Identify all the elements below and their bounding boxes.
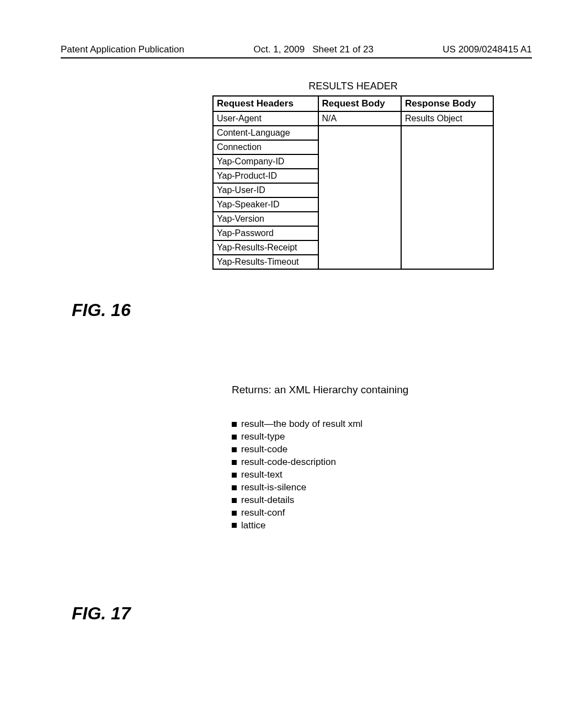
response-body-cell — [401, 240, 493, 255]
request-body-cell: N/A — [318, 111, 401, 126]
square-bullet-icon — [232, 523, 237, 528]
request-body-cell — [318, 140, 401, 154]
table-row: Yap-Results-Timeout — [213, 255, 493, 269]
square-bullet-icon — [232, 485, 237, 490]
response-body-cell — [401, 154, 493, 169]
figure-16-block: RESULTS HEADER Request Headers Request B… — [212, 81, 494, 270]
page: Patent Application Publication Oct. 1, 2… — [0, 0, 565, 646]
request-body-cell — [318, 197, 401, 212]
list-item: lattice — [232, 520, 508, 532]
request-header-cell: Content-Language — [213, 126, 318, 140]
square-bullet-icon — [232, 498, 237, 503]
request-body-cell — [318, 255, 401, 269]
list-item-text: result-details — [241, 494, 294, 507]
square-bullet-icon — [232, 422, 237, 427]
table-row: User-AgentN/AResults Object — [213, 111, 493, 126]
request-body-cell — [318, 126, 401, 140]
request-header-cell: User-Agent — [213, 111, 318, 126]
results-header-title: RESULTS HEADER — [212, 81, 494, 92]
request-body-cell — [318, 183, 401, 197]
figure-16-label: FIG. 16 — [72, 300, 532, 320]
request-header-cell: Yap-Password — [213, 226, 318, 240]
request-body-cell — [318, 226, 401, 240]
figure-17-block: Returns: an XML Hierarchy containing res… — [232, 384, 508, 532]
list-item-text: result—the body of result xml — [241, 418, 363, 431]
header-sheet: Sheet 21 of 23 — [312, 44, 374, 55]
response-body-cell — [401, 169, 493, 183]
request-body-cell — [318, 240, 401, 255]
square-bullet-icon — [232, 460, 237, 465]
figure-17-label: FIG. 17 — [72, 603, 532, 624]
list-item: result—the body of result xml — [232, 418, 508, 431]
request-body-cell — [318, 212, 401, 226]
square-bullet-icon — [232, 473, 237, 478]
response-body-cell — [401, 197, 493, 212]
list-item: result-conf — [232, 507, 508, 520]
request-header-cell: Yap-Product-ID — [213, 169, 318, 183]
header-date-sheet: Oct. 1, 2009 Sheet 21 of 23 — [253, 44, 373, 55]
col-request-body: Request Body — [318, 96, 401, 111]
results-table: Request Headers Request Body Response Bo… — [212, 95, 494, 270]
header-pubno: US 2009/0248415 A1 — [443, 44, 532, 55]
response-body-cell — [401, 226, 493, 240]
request-header-cell: Yap-Speaker-ID — [213, 197, 318, 212]
list-item: result-type — [232, 431, 508, 443]
response-body-cell — [401, 140, 493, 154]
list-item: result-is-silence — [232, 481, 508, 494]
table-row: Yap-User-ID — [213, 183, 493, 197]
request-body-cell — [318, 169, 401, 183]
request-header-cell: Yap-Version — [213, 212, 318, 226]
page-header: Patent Application Publication Oct. 1, 2… — [61, 44, 532, 58]
list-item: result-details — [232, 494, 508, 507]
table-row: Yap-Version — [213, 212, 493, 226]
response-body-cell — [401, 126, 493, 140]
request-header-cell: Connection — [213, 140, 318, 154]
response-body-cell: Results Object — [401, 111, 493, 126]
request-header-cell: Yap-Company-ID — [213, 154, 318, 169]
list-item-text: lattice — [241, 520, 265, 532]
list-item-text: result-conf — [241, 507, 285, 520]
header-date: Oct. 1, 2009 — [253, 44, 305, 55]
table-row: Yap-Results-Receipt — [213, 240, 493, 255]
square-bullet-icon — [232, 435, 237, 440]
response-body-cell — [401, 212, 493, 226]
list-item: result-code-description — [232, 456, 508, 469]
list-item-text: result-code-description — [241, 456, 336, 469]
col-request-headers: Request Headers — [213, 96, 318, 111]
list-item: result-text — [232, 469, 508, 481]
request-body-cell — [318, 154, 401, 169]
table-row: Content-Language — [213, 126, 493, 140]
list-item-text: result-type — [241, 431, 285, 443]
response-body-cell — [401, 183, 493, 197]
list-item-text: result-code — [241, 443, 287, 456]
list-item-text: result-text — [241, 469, 282, 481]
list-item: result-code — [232, 443, 508, 456]
square-bullet-icon — [232, 511, 237, 516]
request-header-cell: Yap-User-ID — [213, 183, 318, 197]
result-list: result—the body of result xmlresult-type… — [232, 418, 508, 532]
list-item-text: result-is-silence — [241, 481, 306, 494]
square-bullet-icon — [232, 447, 237, 452]
table-row: Yap-Speaker-ID — [213, 197, 493, 212]
table-row: Yap-Company-ID — [213, 154, 493, 169]
response-body-cell — [401, 255, 493, 269]
header-publication: Patent Application Publication — [61, 44, 184, 55]
col-response-body: Response Body — [401, 96, 493, 111]
fig17-title: Returns: an XML Hierarchy containing — [232, 384, 508, 396]
table-row: Yap-Password — [213, 226, 493, 240]
request-header-cell: Yap-Results-Receipt — [213, 240, 318, 255]
table-row: Yap-Product-ID — [213, 169, 493, 183]
request-header-cell: Yap-Results-Timeout — [213, 255, 318, 269]
table-row: Connection — [213, 140, 493, 154]
